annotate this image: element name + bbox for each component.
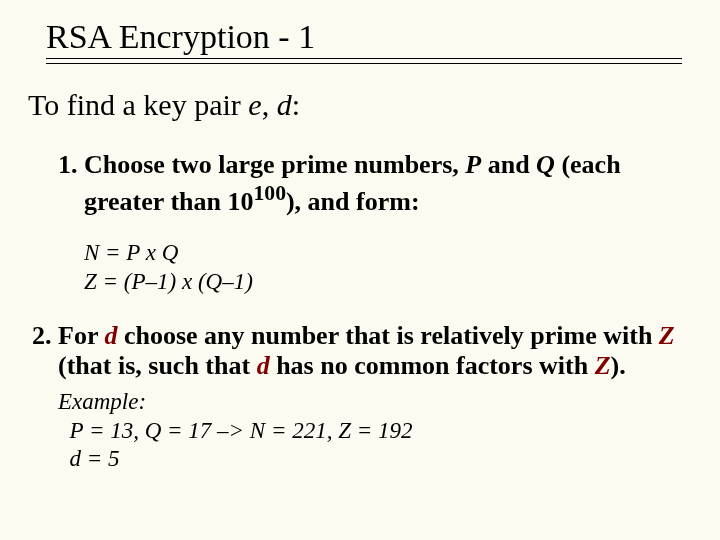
- step-1: 1. Choose two large prime numbers, P and…: [28, 150, 692, 217]
- step2-var-Z1: Z: [659, 321, 675, 350]
- step1-exponent: 100: [253, 181, 285, 205]
- intro-var-e: e: [248, 88, 261, 121]
- step1-text-a: Choose two large prime numbers,: [84, 150, 465, 179]
- step2-text-b: choose any number that is relatively pri…: [117, 321, 658, 350]
- step2-var-d2: d: [257, 351, 270, 380]
- step1-var-P: P: [465, 150, 481, 179]
- slide: RSA Encryption - 1 To find a key pair e,…: [0, 0, 720, 540]
- intro-var-d: d: [277, 88, 292, 121]
- step2-var-Z2: Z: [595, 351, 611, 380]
- formula-N: N = P x Q: [84, 239, 692, 268]
- step-2: 2. For d choose any number that is relat…: [28, 321, 692, 382]
- intro-line: To find a key pair e, d:: [28, 88, 692, 122]
- intro-comma: ,: [262, 88, 277, 121]
- formula-block: N = P x Q Z = (P–1) x (Q–1): [84, 239, 692, 297]
- step1-number: 1.: [58, 150, 84, 179]
- slide-title: RSA Encryption - 1: [46, 18, 692, 58]
- example-label: Example:: [58, 388, 692, 417]
- step1-text-d: ), and form:: [286, 186, 420, 215]
- title-block: RSA Encryption - 1: [46, 18, 692, 64]
- step1-var-Q: Q: [536, 150, 555, 179]
- example-line-1: P = 13, Q = 17 –> N = 221, Z = 192: [58, 417, 692, 446]
- step2-text-e: has no common factors with: [270, 351, 595, 380]
- step2-var-d1: d: [104, 321, 117, 350]
- step2-number: 2.: [32, 321, 58, 350]
- step2-text-f: ).: [611, 351, 626, 380]
- example-block: Example: P = 13, Q = 17 –> N = 221, Z = …: [58, 388, 692, 474]
- intro-prefix: To find a key pair: [28, 88, 248, 121]
- example-line-2: d = 5: [58, 445, 692, 474]
- title-underline: [46, 58, 682, 64]
- step2-text-c: (that is, such that: [58, 351, 257, 380]
- step1-text-b: and: [481, 150, 536, 179]
- step2-text-a: For: [58, 321, 104, 350]
- intro-suffix: :: [292, 88, 300, 121]
- formula-Z: Z = (P–1) x (Q–1): [84, 268, 692, 297]
